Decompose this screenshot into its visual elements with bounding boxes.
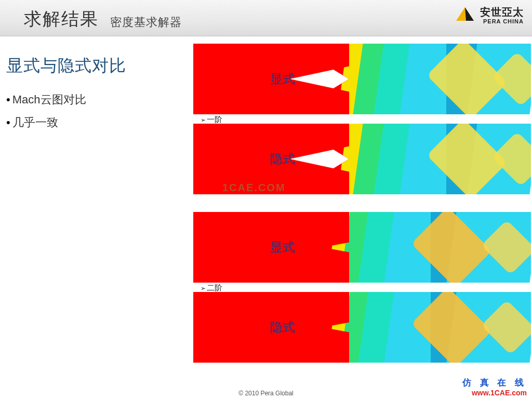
page-title: 求解结果 — [24, 7, 99, 31]
row-label-explicit: 显式 — [270, 239, 295, 256]
page-subtitle: 密度基求解器 — [110, 15, 182, 30]
row-label-implicit: 隐式 — [270, 151, 295, 167]
bullet-item: 几乎一致 — [6, 111, 86, 134]
contour-explicit-1st: 显式 — [193, 44, 531, 114]
footer-brand: 仿 真 在 线 www.1CAE.com — [462, 377, 527, 397]
copyright-text: © 2010 Pera Global — [0, 390, 532, 397]
figure-area: 一阶 显式 — [193, 43, 531, 388]
logo-mark-icon — [455, 6, 475, 24]
slide-root: 求解结果 密度基求解器 安世亞太 PERA CHINA 显式与隐式对比 Mach… — [0, 0, 532, 399]
logo-text: 安世亞太 PERA CHINA — [480, 5, 524, 24]
row-label-implicit: 隐式 — [270, 319, 295, 336]
logo-text-en: PERA CHINA — [480, 18, 524, 24]
contour-implicit-2nd: 隐式 — [193, 292, 531, 363]
footer-brand-url: www.1CAE.com — [462, 389, 527, 397]
pair-label: 一阶 — [201, 115, 222, 125]
watermark-cae: 1CAE.COM — [222, 182, 286, 194]
figure-pair-second-order: 二阶 显式 — [193, 211, 531, 365]
header-bar: 求解结果 密度基求解器 安世亞太 PERA CHINA — [0, 0, 532, 36]
footer-brand-cn: 仿 真 在 线 — [462, 377, 527, 389]
row-label-explicit: 显式 — [270, 71, 295, 87]
figure-pair-first-order: 一阶 显式 — [193, 43, 531, 196]
pair-label: 二阶 — [201, 283, 222, 293]
company-logo: 安世亞太 PERA CHINA — [455, 5, 524, 24]
bullet-item: Mach云图对比 — [6, 88, 86, 111]
bullet-list: Mach云图对比 几乎一致 — [6, 88, 86, 134]
section-heading: 显式与隐式对比 — [6, 55, 126, 77]
svg-marker-1 — [465, 7, 474, 21]
contour-explicit-2nd: 显式 — [193, 212, 531, 283]
logo-text-cn: 安世亞太 — [480, 5, 524, 19]
